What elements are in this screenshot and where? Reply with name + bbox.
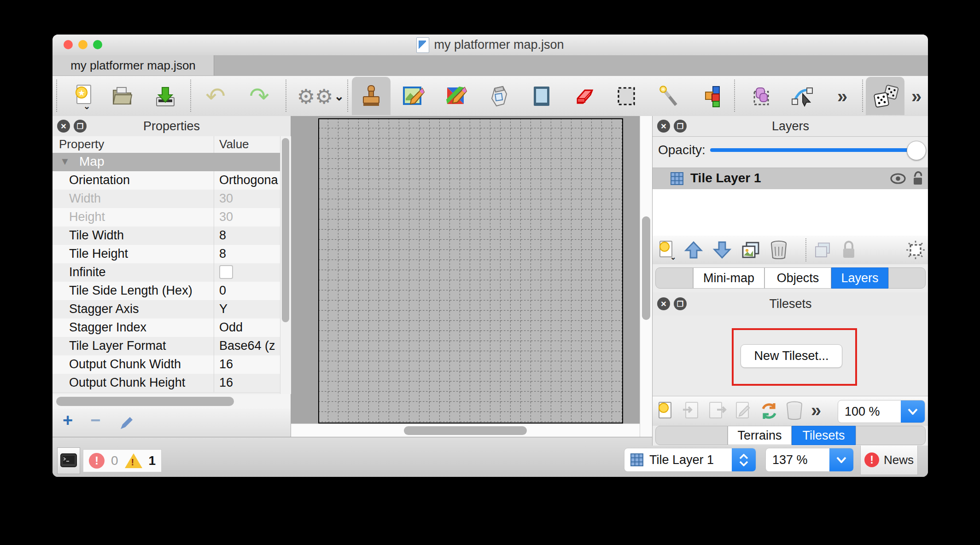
open-file-button[interactable] bbox=[110, 83, 136, 109]
toolbar-overflow-button[interactable]: » bbox=[829, 83, 855, 109]
edit-tileset-button-disabled[interactable] bbox=[733, 400, 754, 422]
table-row[interactable]: Width30 bbox=[52, 190, 291, 209]
opacity-slider-knob[interactable] bbox=[907, 141, 926, 160]
new-tileset-button[interactable]: New Tileset... bbox=[741, 344, 842, 368]
table-row[interactable]: Height30 bbox=[52, 208, 291, 227]
svg-text:⌄: ⌄ bbox=[670, 253, 676, 261]
toolbar-overflow-button-2[interactable]: » bbox=[904, 83, 928, 109]
layer-unlocked-icon[interactable] bbox=[911, 170, 924, 186]
lower-layer-button[interactable] bbox=[712, 240, 732, 260]
object-select-tool[interactable] bbox=[749, 83, 775, 109]
collapse-triangle-icon[interactable]: ▼ bbox=[60, 156, 70, 168]
document-tab[interactable]: my platformer map.json bbox=[52, 55, 214, 75]
layer-row-selected[interactable]: Tile Layer 1 bbox=[653, 168, 928, 189]
remove-property-button[interactable]: − bbox=[90, 411, 100, 430]
canvas-hscrollbar[interactable] bbox=[291, 423, 640, 437]
properties-column-header: Property Value bbox=[52, 136, 291, 153]
edit-polygons-tool[interactable] bbox=[789, 83, 815, 109]
opacity-slider-track[interactable] bbox=[710, 148, 917, 152]
tab-mini-map[interactable]: Mini-map bbox=[693, 267, 764, 289]
bucket-fill-tool[interactable] bbox=[486, 83, 512, 109]
col-value: Value bbox=[219, 137, 249, 151]
copy-layer-button-disabled[interactable] bbox=[813, 240, 832, 260]
highlight-current-layer-button[interactable] bbox=[906, 240, 925, 260]
news-button[interactable]: ! News bbox=[860, 445, 918, 475]
random-mode-toggle[interactable] bbox=[870, 83, 900, 109]
layer-toolbar: ⌄ bbox=[653, 236, 928, 265]
reload-tileset-button[interactable] bbox=[758, 400, 780, 422]
stamp-brush-tool[interactable] bbox=[358, 83, 384, 109]
tab-terrains[interactable]: Terrains bbox=[728, 426, 792, 445]
eraser-tool[interactable] bbox=[571, 83, 597, 109]
table-row[interactable]: Tile Width8 bbox=[52, 226, 291, 245]
issues-counter[interactable]: ! 0 ! 1 bbox=[83, 449, 162, 472]
layer-visible-eye-icon[interactable] bbox=[890, 173, 906, 185]
properties-hscrollbar[interactable] bbox=[52, 394, 291, 409]
tab-layers[interactable]: Layers bbox=[831, 267, 888, 289]
raise-layer-button[interactable] bbox=[684, 240, 703, 260]
properties-title: Properties bbox=[52, 119, 291, 133]
table-row[interactable]: Output Chunk Height16 bbox=[52, 374, 291, 393]
duplicate-layer-button[interactable] bbox=[740, 240, 760, 260]
toolbar-separator bbox=[190, 80, 191, 112]
scrollbar-thumb[interactable] bbox=[404, 426, 527, 435]
terrain-brush-tool[interactable] bbox=[401, 83, 426, 109]
undo-button[interactable]: ↶ bbox=[203, 83, 228, 109]
zoom-level-select[interactable]: 137 % bbox=[765, 448, 854, 472]
tab-tilesets[interactable]: Tilesets bbox=[792, 426, 856, 445]
save-button[interactable] bbox=[152, 83, 178, 109]
title-bar[interactable]: my platformer map.json bbox=[52, 35, 928, 56]
bottom-dock-tab-row: Terrains Tilesets bbox=[653, 426, 928, 446]
combo-spinner[interactable] bbox=[732, 448, 756, 471]
layers-header: ✕ ❐ Layers bbox=[653, 116, 928, 137]
table-row[interactable]: OrientationOrthogonal bbox=[52, 171, 291, 190]
new-layer-button[interactable]: ⌄ bbox=[656, 239, 677, 261]
shape-fill-tool[interactable] bbox=[529, 83, 554, 109]
combo-chevron[interactable] bbox=[901, 400, 925, 423]
remove-layer-button[interactable] bbox=[769, 239, 789, 261]
tab-objects[interactable]: Objects bbox=[764, 267, 831, 289]
properties-vscrollbar[interactable] bbox=[280, 136, 291, 394]
rect-select-tool[interactable] bbox=[613, 83, 639, 109]
edit-property-button[interactable] bbox=[117, 414, 135, 433]
export-tileset-button-disabled[interactable] bbox=[707, 400, 728, 422]
table-row[interactable]: Output Chunk Width16 bbox=[52, 355, 291, 374]
console-toggle-button[interactable] bbox=[57, 447, 80, 474]
tileset-toolbar-overflow[interactable]: » bbox=[811, 400, 821, 421]
add-property-button[interactable]: + bbox=[63, 411, 73, 430]
tile-layer-icon bbox=[630, 453, 644, 467]
new-tileset-icon-button[interactable] bbox=[655, 400, 677, 422]
warning-count: 1 bbox=[149, 453, 156, 468]
scrollbar-thumb[interactable] bbox=[56, 397, 234, 406]
scrollbar-thumb[interactable] bbox=[642, 216, 650, 320]
table-row[interactable]: Tile Side Length (Hex)0 bbox=[52, 282, 291, 301]
combo-chevron[interactable] bbox=[829, 448, 853, 471]
table-row[interactable]: Tile Height8 bbox=[52, 245, 291, 264]
map-canvas[interactable] bbox=[318, 118, 623, 423]
table-row[interactable]: Stagger AxisY bbox=[52, 300, 291, 319]
toolbar-separator bbox=[734, 80, 735, 112]
scrollbar-thumb[interactable] bbox=[282, 138, 289, 322]
new-map-button[interactable]: ★⌄ bbox=[70, 83, 96, 109]
table-row[interactable]: Tile Layer FormatBase64 (z bbox=[52, 337, 291, 356]
remove-tileset-button-disabled[interactable] bbox=[784, 400, 805, 421]
redo-button[interactable]: ↷ bbox=[246, 83, 272, 109]
layer-list: Tile Layer 1 bbox=[653, 168, 928, 237]
magic-wand-tool[interactable] bbox=[656, 83, 682, 109]
lock-layer-button-disabled[interactable] bbox=[840, 239, 858, 261]
double-chevron-icon: » bbox=[911, 86, 922, 107]
commands-button[interactable]: ⚙⚙ ⌄ bbox=[301, 83, 340, 109]
property-group-map[interactable]: ▼ Map bbox=[52, 153, 291, 171]
table-row[interactable]: Infinite bbox=[52, 263, 291, 282]
map-canvas-area bbox=[291, 116, 652, 437]
tile-stamp-variation-tool[interactable] bbox=[443, 83, 469, 109]
infinite-checkbox[interactable] bbox=[219, 265, 233, 279]
tilesets-title: Tilesets bbox=[653, 297, 928, 311]
table-row[interactable]: Stagger IndexOdd bbox=[52, 319, 291, 337]
current-layer-select[interactable]: Tile Layer 1 bbox=[624, 448, 756, 472]
embed-tileset-button-disabled[interactable] bbox=[681, 400, 702, 422]
same-tile-select-tool[interactable] bbox=[700, 83, 725, 109]
canvas-vscrollbar[interactable] bbox=[640, 116, 653, 437]
opacity-row: Opacity: bbox=[653, 136, 928, 165]
tileset-zoom-select[interactable]: 100 % bbox=[838, 400, 925, 423]
